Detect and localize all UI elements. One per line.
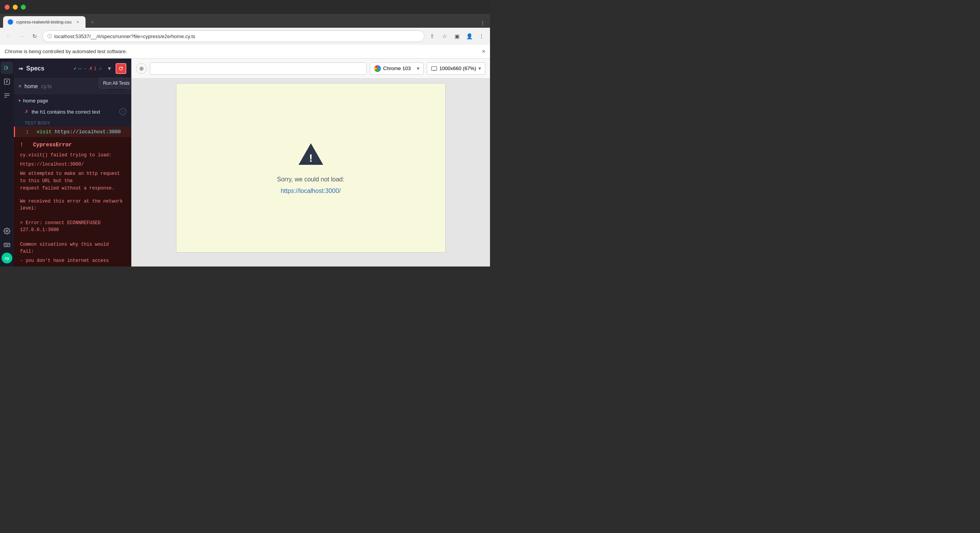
automated-test-text: Chrome is being controlled by automated … <box>5 49 127 54</box>
error-line-1: cy.visit() failed trying to load: <box>20 152 125 159</box>
address-input[interactable]: ⓘ localhost:53537/__/#/specs/runner?file… <box>42 30 425 42</box>
specs-arrow-icon: ⇒ <box>18 65 23 72</box>
cypress-logo[interactable]: cy <box>2 253 12 263</box>
test-counts: ✓ -- -- ✗ 1 ○ <box>73 66 102 71</box>
suite-title: home page <box>23 98 48 104</box>
share-icon[interactable]: ⇧ <box>427 31 438 42</box>
minimize-traffic-light[interactable] <box>13 5 18 10</box>
browser-tab[interactable]: cypress-realworld-testing-cou × <box>3 16 86 28</box>
test-suite: ▾ home page ✗ the h1 contains the correc… <box>14 94 131 119</box>
error-url: https://localhost:3000/ <box>20 162 84 167</box>
error-desc-1: We attempted to make an http request to … <box>20 170 125 193</box>
preview-frame: ! Sorry, we could not load: https://loca… <box>131 79 490 266</box>
error-title: ! CypressError <box>20 142 125 148</box>
preview-target-icon[interactable]: ⊕ <box>136 63 147 74</box>
command-row[interactable]: 1 visit https://localhost:3000 <box>14 127 131 137</box>
test-fail-icon: ✗ <box>25 109 29 114</box>
svg-point-9 <box>6 230 8 232</box>
test-results: ▾ home page ✗ the h1 contains the correc… <box>14 94 131 266</box>
suite-header[interactable]: ▾ home page <box>14 96 131 106</box>
browser-menu-icon[interactable]: ⋮ <box>478 18 487 28</box>
main-content: cy ⇒ Specs ✓ -- -- ✗ 1 <box>0 59 490 266</box>
svg-rect-1 <box>4 65 6 70</box>
viewport-label: 1000x660 (67%) <box>440 65 476 71</box>
reload-button[interactable]: ↻ <box>29 31 40 42</box>
command-number: 1 <box>26 129 34 135</box>
error-excl-icon: ! <box>20 142 23 148</box>
tab-favicon <box>8 19 13 25</box>
titlebar <box>0 0 490 14</box>
sidebar-item-specs[interactable] <box>1 62 13 74</box>
run-all-tests-button[interactable] <box>116 63 126 74</box>
tab-title: cypress-realworld-testing-cou <box>16 20 72 24</box>
automated-test-close-button[interactable]: × <box>482 48 485 55</box>
preview-area: ⊕ Chrome 103 ▾ 1000x660 (67%) ▾ <box>131 59 490 266</box>
preview-toolbar: ⊕ Chrome 103 ▾ 1000x660 (67%) ▾ <box>131 59 490 79</box>
browser-selector[interactable]: Chrome 103 ▾ <box>370 62 424 75</box>
viewport-dropdown-icon: ▾ <box>478 65 481 71</box>
lock-icon: ⓘ <box>47 33 52 40</box>
panel-toolbar: ▾ Run All Tests R <box>105 63 126 74</box>
svg-rect-10 <box>4 243 10 247</box>
cypress-panel: ⇒ Specs ✓ -- -- ✗ 1 ○ <box>14 59 131 266</box>
new-tab-button[interactable]: + <box>87 17 98 28</box>
sidebar-item-debug[interactable] <box>1 89 13 102</box>
preview-iframe: ! Sorry, we could not load: https://loca… <box>176 83 446 253</box>
dropdown-button[interactable]: ▾ <box>105 63 114 74</box>
x-icon: ✗ <box>89 66 93 71</box>
error-page-link[interactable]: https://localhost:3000/ <box>281 188 341 194</box>
suite-chevron-icon: ▾ <box>18 98 21 103</box>
chrome-icon <box>374 65 381 72</box>
run-all-tests-tooltip: Run All Tests R <box>99 78 131 89</box>
error-line-8: - you don't have internet access <box>20 257 125 264</box>
address-text: localhost:53537/__/#/specs/runner?file=c… <box>54 34 420 39</box>
error-line-2: https://localhost:3000/ <box>20 161 125 168</box>
test-title: the h1 contains the correct text <box>32 109 116 115</box>
pass-count: ✓ -- <box>73 66 81 71</box>
error-line-6: > Error: connect ECONNREFUSED 127.0.0.1:… <box>20 220 125 233</box>
profile-icon[interactable]: 👤 <box>464 31 475 42</box>
sidebar-item-settings[interactable] <box>1 225 13 237</box>
address-bar-row: ← → ↻ ⓘ localhost:53537/__/#/specs/runne… <box>0 28 490 45</box>
error-line-7: Common situations why this would fail: <box>20 241 125 255</box>
error-title-text: CypressError <box>33 142 72 148</box>
maximize-traffic-light[interactable] <box>21 5 26 10</box>
svg-text:!: ! <box>309 152 312 164</box>
preview-url-bar[interactable] <box>150 62 367 75</box>
viewport-selector[interactable]: 1000x660 (67%) ▾ <box>427 62 485 75</box>
bookmark-icon[interactable]: ☆ <box>439 31 450 42</box>
back-button[interactable]: ← <box>3 31 14 42</box>
viewport-icon <box>431 65 437 72</box>
tab-grid-icon[interactable]: ▣ <box>451 31 462 42</box>
automated-test-bar: Chrome is being controlled by automated … <box>0 45 490 59</box>
error-block: ! CypressError cy.visit() failed trying … <box>14 137 131 266</box>
specs-label-text: Specs <box>26 65 44 72</box>
more-options-icon[interactable]: ⋮ <box>476 31 487 42</box>
test-info-icon[interactable]: i <box>119 108 126 115</box>
command-name: visit <box>37 129 52 135</box>
sidebar-item-runs[interactable] <box>1 75 13 88</box>
sidebar-item-keyboard[interactable] <box>1 239 13 251</box>
panel-header: ⇒ Specs ✓ -- -- ✗ 1 ○ <box>14 59 131 79</box>
file-ext: cy.ts <box>41 83 52 89</box>
tab-bar: cypress-realworld-testing-cou × + ⋮ <box>0 14 490 28</box>
check-icon: ✓ <box>73 66 77 71</box>
test-body: TEST BODY 1 visit https://localhost:3000 <box>14 119 131 137</box>
pending-count: ○ <box>99 66 102 71</box>
command-arg: https://localhost:3000 <box>55 129 121 135</box>
fail-count: ✗ 1 <box>89 66 97 71</box>
test-body-label: TEST BODY <box>14 119 131 127</box>
browser-dropdown-icon: ▾ <box>417 65 420 71</box>
error-triangle-icon: ! <box>297 142 325 171</box>
tab-close-button[interactable]: × <box>75 19 81 25</box>
forward-button[interactable]: → <box>16 31 27 42</box>
close-traffic-light[interactable] <box>5 5 10 10</box>
error-page-text: Sorry, we could not load: <box>277 176 344 183</box>
test-item[interactable]: ✗ the h1 contains the correct text i <box>14 106 131 117</box>
file-icon: ≡ <box>18 83 22 89</box>
specs-title: ⇒ Specs <box>18 65 70 72</box>
browser-label: Chrome 103 <box>383 65 411 71</box>
file-name: home <box>25 83 38 89</box>
error-line-5: We received this error at the network le… <box>20 198 125 212</box>
cypress-sidebar: cy <box>0 59 14 266</box>
